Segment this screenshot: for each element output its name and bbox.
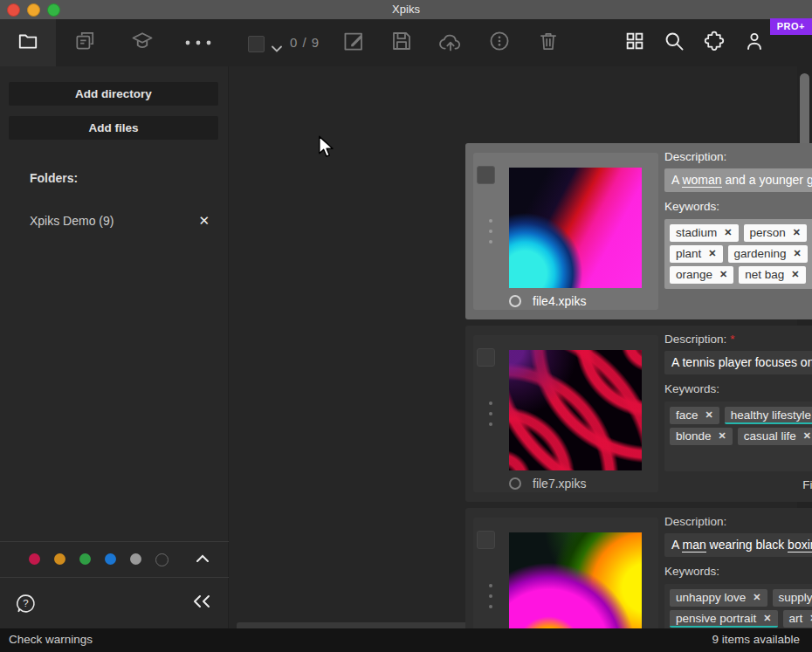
select-file-checkbox[interactable]: [477, 531, 495, 549]
color-dot-red[interactable]: [29, 553, 40, 565]
remove-keyword-icon[interactable]: ✕: [719, 269, 727, 280]
window-title: Xpiks: [0, 3, 812, 16]
view-mode-button[interactable]: [624, 31, 646, 56]
description-label: Description:*: [664, 333, 735, 346]
more-tools-button[interactable]: [183, 35, 213, 51]
remove-keyword-icon[interactable]: ✕: [705, 409, 713, 421]
graduation-cap-icon: [130, 29, 155, 57]
info-dots-icon: [488, 30, 512, 57]
keywords-label: Keywords:: [664, 200, 719, 213]
keyword-text: face: [676, 408, 698, 422]
description-input[interactable]: A woman and a younger girl, both wearing…: [664, 168, 812, 192]
save-icon: [390, 30, 414, 57]
pro-plus-badge[interactable]: PRO+: [770, 18, 812, 35]
check-warnings-link[interactable]: Check warnings: [9, 633, 93, 646]
keywords-header: Keywords: 37: [664, 200, 812, 216]
chevron-up-icon[interactable]: [196, 551, 210, 566]
help-icon[interactable]: ?: [15, 593, 37, 618]
description-header: Description:* 142: [664, 333, 812, 348]
keyword-chip[interactable]: face✕: [670, 407, 719, 424]
keyword-text: plant: [676, 247, 701, 260]
drag-handle-icon[interactable]: [489, 584, 492, 608]
delete-button[interactable]: [537, 30, 560, 56]
keyword-chip[interactable]: art✕: [783, 610, 812, 628]
keywords-editor[interactable]: face✕healthy lifestyle✕man✕model✕blonde✕…: [664, 401, 812, 471]
description-input[interactable]: A tennis player focuses on the ball as h…: [664, 351, 812, 374]
keyword-chip[interactable]: healthy lifestyle✕: [725, 407, 812, 424]
keyword-chip[interactable]: blonde✕: [670, 428, 733, 445]
account-button[interactable]: [743, 30, 767, 57]
description-input[interactable]: A man wearing black boxing shorts and wh…: [664, 533, 812, 557]
remove-keyword-icon[interactable]: ✕: [793, 227, 801, 238]
keyword-text: orange: [676, 268, 712, 281]
save-button[interactable]: [390, 30, 414, 57]
file-radio[interactable]: [509, 477, 521, 490]
remove-keyword-icon[interactable]: ✕: [753, 592, 760, 603]
keyword-chip[interactable]: net bag✕: [739, 266, 805, 284]
description-header: Description: 140: [664, 515, 812, 531]
folder-icon: [17, 30, 39, 56]
svg-text:?: ?: [23, 598, 28, 608]
keyword-text: casual life: [744, 429, 796, 443]
keyword-text: person: [750, 226, 786, 239]
remove-folder-icon[interactable]: ✕: [198, 213, 210, 229]
chevron-down-icon[interactable]: [272, 40, 282, 56]
color-dot-green[interactable]: [79, 553, 91, 565]
info-button[interactable]: [488, 30, 512, 57]
remove-keyword-icon[interactable]: ✕: [803, 430, 811, 442]
copy-settings-button[interactable]: [73, 30, 96, 56]
keyword-chip[interactable]: stadium✕: [670, 224, 739, 242]
fix-spelling-link[interactable]: Fix spelling: [802, 478, 812, 491]
description-text: A: [671, 538, 682, 552]
color-dot-none[interactable]: [155, 553, 169, 566]
metadata-column: Description: 131 A woman and a younger g…: [664, 150, 812, 309]
drag-handle-icon[interactable]: [489, 401, 492, 426]
drag-handle-icon[interactable]: [489, 219, 492, 244]
file-thumbnail[interactable]: [509, 350, 642, 470]
remove-keyword-icon[interactable]: ✕: [719, 430, 726, 442]
keywords-header: Keywords: 34: [664, 382, 812, 398]
collapse-sidebar-icon[interactable]: [192, 594, 211, 612]
color-dot-orange[interactable]: [54, 553, 65, 565]
keyword-chip[interactable]: casual life✕: [738, 428, 812, 445]
color-dot-gray[interactable]: [130, 553, 141, 565]
keyword-chip[interactable]: gardening✕: [728, 245, 808, 263]
presets-button[interactable]: [130, 29, 155, 57]
select-file-checkbox[interactable]: [477, 166, 495, 184]
file-radio[interactable]: [509, 295, 521, 307]
statusbar: Check warnings 9 items available: [0, 628, 812, 652]
file-card: file4.xpiks Description: 131 A woman and…: [465, 143, 812, 319]
add-directory-button[interactable]: Add directory: [9, 82, 218, 106]
add-files-button[interactable]: Add files: [9, 116, 218, 140]
plugins-button[interactable]: [702, 29, 726, 57]
remove-keyword-icon[interactable]: ✕: [794, 248, 802, 259]
description-label: Description:: [664, 515, 726, 528]
file-list: file4.xpiks Description: 131 A woman and…: [229, 66, 812, 628]
keyword-text: blonde: [676, 429, 712, 443]
upload-button[interactable]: [437, 30, 464, 56]
keyword-chip[interactable]: unhappy love✕: [670, 589, 767, 607]
select-file-checkbox[interactable]: [477, 348, 495, 367]
search-button[interactable]: [663, 30, 686, 57]
remove-keyword-icon[interactable]: ✕: [791, 269, 799, 280]
folder-row[interactable]: Xpiks Demo (9) ✕: [0, 211, 229, 234]
keyword-chip[interactable]: pensive portrait✕: [670, 610, 778, 628]
sidebar-footer: ?: [0, 577, 229, 628]
keyword-text: unhappy love: [676, 591, 746, 604]
keyword-chip[interactable]: orange✕: [670, 266, 733, 284]
keywords-editor[interactable]: stadium✕person✕backdrop✕alone people✕pla…: [664, 219, 812, 289]
edit-button[interactable]: [342, 30, 366, 57]
filename-row: file4.xpiks: [509, 294, 649, 308]
remove-keyword-icon[interactable]: ✕: [708, 248, 716, 259]
remove-keyword-icon[interactable]: ✕: [724, 227, 732, 238]
folder-tab-button[interactable]: [0, 19, 56, 66]
keyword-chip[interactable]: supply chain✕: [773, 589, 812, 607]
filename-label: file7.xpiks: [533, 477, 586, 491]
keyword-chip[interactable]: person✕: [744, 224, 808, 242]
keyword-chip[interactable]: plant✕: [670, 245, 723, 263]
color-dot-blue[interactable]: [105, 553, 116, 565]
select-all-checkbox[interactable]: [248, 36, 265, 52]
label-color-filters: [0, 541, 229, 578]
remove-keyword-icon[interactable]: ✕: [763, 613, 771, 624]
file-thumbnail[interactable]: [509, 168, 642, 288]
